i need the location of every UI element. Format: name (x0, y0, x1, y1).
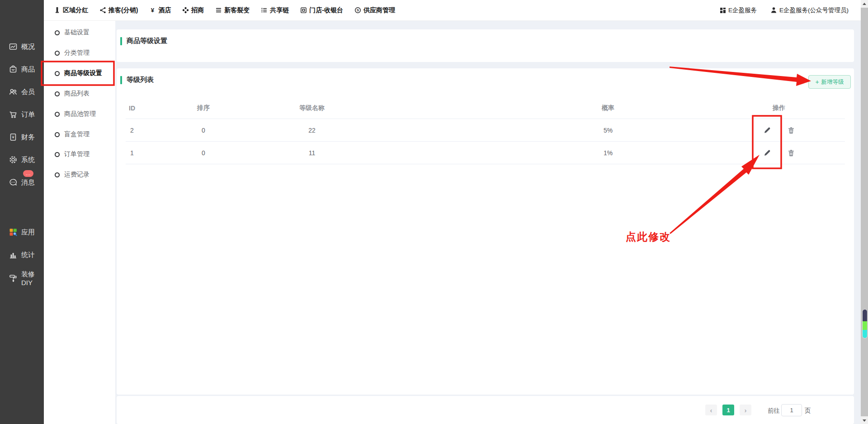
scroll-up-arrow[interactable] (861, 0, 868, 7)
nav-item-label: 供应商管理 (363, 6, 395, 14)
app-window: 区域分红 推客(分销) ¥ 酒店 招商 新客裂变 共享链 (0, 0, 868, 424)
shopping-bag-icon (9, 65, 18, 74)
submenu-item-order-management[interactable]: 订单管理 (44, 148, 115, 161)
circle-bullet-icon (55, 91, 60, 96)
delete-button[interactable] (785, 124, 797, 136)
apps-icon (9, 228, 18, 237)
submenu-item-goods-pool[interactable]: 商品池管理 (44, 107, 115, 121)
workspace-switcher[interactable]: E企盈服务 (720, 6, 757, 14)
column-header-sort: 排序 (197, 104, 210, 112)
yen-icon: ¥ (149, 7, 156, 14)
level-list-card: 等级列表 + 新增等级 ID 排序 等级名称 概率 操作 2 0 22 5% (117, 68, 854, 395)
sidebar-item-label: 统计 (21, 251, 35, 259)
account-label: E企盈服务(公众号管理员) (779, 6, 849, 14)
submenu-item-category-management[interactable]: 分类管理 (44, 46, 115, 60)
users-icon (9, 87, 18, 96)
submenu-item-label: 商品列表 (64, 90, 90, 98)
submenu-item-label: 分类管理 (64, 49, 90, 57)
nav-item-label: 区域分红 (63, 6, 88, 14)
sidebar-item-orders[interactable]: 订单 (0, 107, 44, 122)
goods-submenu: 基础设置 分类管理 商品等级设置 商品列表 商品池管理 盲盒管理 订单管理 运 (44, 21, 115, 424)
cell-rate: 5% (604, 127, 613, 134)
nav-item-label: 共享链 (270, 6, 289, 14)
sidebar-item-members[interactable]: 会员 (0, 84, 44, 100)
sidebar-item-system[interactable]: 系统 (0, 152, 44, 167)
message-badge: ... (23, 170, 33, 177)
sidebar-item-stats[interactable]: 统计 (0, 247, 44, 262)
goto-page-input[interactable] (781, 404, 802, 416)
primary-sidebar: 概况 商品 会员 订单 ¥ 财务 系统 消息 应用 (0, 0, 44, 424)
circle-bullet-icon (55, 51, 60, 56)
title-accent-bar (120, 76, 122, 84)
current-page-button[interactable]: 1 (722, 405, 734, 415)
title-accent-bar (120, 37, 122, 45)
page-header-card: 商品等级设置 (117, 29, 854, 62)
column-header-actions: 操作 (773, 104, 785, 112)
chat-bubble-icon (9, 178, 18, 187)
sidebar-item-apps[interactable]: 应用 (0, 224, 44, 240)
cell-rate: 1% (604, 149, 613, 157)
submenu-item-goods-level-settings[interactable]: 商品等级设置 (44, 67, 115, 80)
pawn-icon (54, 7, 61, 14)
main-content: 商品等级设置 等级列表 + 新增等级 ID 排序 等级名称 概率 操作 2 0 (115, 21, 861, 424)
sidebar-item-label: 装修DIY (21, 270, 44, 286)
submenu-item-blind-box[interactable]: 盲盒管理 (44, 128, 115, 141)
delete-button[interactable] (785, 147, 797, 159)
scrollbar-thumb[interactable] (861, 8, 868, 416)
cell-id: 1 (130, 149, 134, 157)
scroll-position-indicator (862, 309, 868, 338)
account-menu[interactable]: E企盈服务(公众号管理员) (770, 6, 849, 14)
add-level-button[interactable]: + 新增等级 (808, 75, 851, 89)
nav-item-store-cashier[interactable]: 门店-收银台 (300, 6, 343, 14)
nav-item-label: 新客裂变 (224, 6, 250, 14)
nav-item-investment[interactable]: 招商 (182, 6, 204, 14)
edit-button[interactable] (761, 124, 773, 136)
next-page-button[interactable]: › (740, 405, 751, 415)
sidebar-item-overview[interactable]: 概况 (0, 39, 44, 54)
bar-chart-icon (9, 250, 18, 259)
sidebar-item-goods[interactable]: 商品 (0, 62, 44, 77)
nav-item-label: 门店-收银台 (309, 6, 343, 14)
dashboard-icon (9, 42, 18, 51)
circle-bullet-icon (55, 172, 60, 177)
nav-item-region-dividend[interactable]: 区域分红 (54, 6, 88, 14)
grid-icon (720, 7, 726, 14)
circle-bullet-icon (55, 132, 60, 137)
circle-bullet-icon (55, 30, 60, 35)
share-icon (99, 7, 106, 14)
nav-item-share-chain[interactable]: 共享链 (261, 6, 289, 14)
list-icon (261, 7, 268, 14)
section-title-block: 等级列表 (120, 76, 154, 84)
submenu-item-freight-records[interactable]: 运费记录 (44, 168, 115, 181)
svg-text:¥: ¥ (11, 135, 14, 139)
scroll-down-arrow[interactable] (861, 417, 868, 424)
submenu-item-goods-list[interactable]: 商品列表 (44, 87, 115, 100)
circle-bullet-icon (55, 112, 60, 117)
sidebar-item-finance[interactable]: ¥ 财务 (0, 129, 44, 145)
nav-item-hotel[interactable]: ¥ 酒店 (149, 6, 171, 14)
nav-item-supplier[interactable]: S 供应商管理 (354, 6, 395, 14)
sidebar-item-label: 消息 (21, 178, 35, 187)
storefront-icon (300, 7, 307, 14)
nav-item-new-customer[interactable]: 新客裂变 (215, 6, 250, 14)
submenu-item-basic-settings[interactable]: 基础设置 (44, 26, 115, 39)
clover-icon (182, 7, 189, 14)
sidebar-item-messages[interactable]: 消息 (0, 175, 44, 190)
sidebar-item-label: 会员 (21, 88, 35, 96)
column-header-id: ID (129, 105, 135, 112)
sidebar-item-label: 应用 (21, 228, 35, 237)
page-title-block: 商品等级设置 (120, 37, 167, 45)
edit-button[interactable] (761, 147, 773, 159)
nav-item-promoter[interactable]: 推客(分销) (99, 6, 138, 14)
sidebar-item-decorate-diy[interactable]: 装修DIY (0, 271, 44, 286)
submenu-item-label: 订单管理 (64, 150, 90, 158)
circle-bullet-icon (55, 71, 60, 76)
cell-id: 2 (130, 127, 134, 134)
prev-page-button[interactable]: ‹ (705, 405, 717, 415)
top-nav-items: 区域分红 推客(分销) ¥ 酒店 招商 新客裂变 共享链 (54, 6, 395, 14)
svg-text:¥: ¥ (151, 7, 155, 14)
sidebar-item-label: 概况 (21, 43, 35, 51)
goto-label: 前往 (768, 407, 780, 415)
cell-sort: 0 (202, 127, 205, 134)
cell-name: 11 (309, 149, 316, 157)
